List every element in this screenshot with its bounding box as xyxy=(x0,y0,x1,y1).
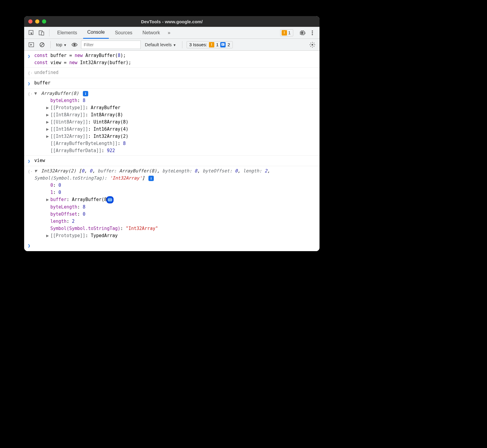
svg-rect-16 xyxy=(85,93,86,95)
close-window-button[interactable] xyxy=(28,19,32,24)
issues-label: 3 Issues: xyxy=(189,42,207,47)
object-property[interactable]: ▶[[Int32Array]]: Int32Array(2) xyxy=(34,133,316,140)
svg-rect-21 xyxy=(110,200,110,200)
input-chevron-icon: ❯ xyxy=(28,157,34,165)
expand-caret-icon[interactable]: ▼ xyxy=(34,167,38,174)
console-input-row[interactable]: ❯ buffer xyxy=(24,78,320,89)
object-property[interactable]: Symbol(Symbol.toStringTag): "Int32Array" xyxy=(34,225,316,232)
svg-point-14 xyxy=(311,44,313,46)
warning-icon: ! xyxy=(282,30,287,35)
property-key: [[Prototype]] xyxy=(50,233,85,238)
tab-console[interactable]: Console xyxy=(83,27,109,39)
divider xyxy=(50,41,51,48)
live-expression-icon[interactable] xyxy=(70,41,79,49)
sidebar-toggle-icon[interactable] xyxy=(27,41,35,49)
property-value: Uint8Array(8) xyxy=(94,119,128,125)
expand-caret-icon[interactable]: ▶ xyxy=(46,196,50,203)
expand-caret-icon[interactable]: ▶ xyxy=(46,133,50,140)
tab-sources[interactable]: Sources xyxy=(111,27,137,39)
svg-point-4 xyxy=(312,30,313,32)
property-value: 0 xyxy=(58,190,61,195)
log-levels-selector[interactable]: Default levels ▼ xyxy=(143,42,178,47)
svg-rect-11 xyxy=(221,43,224,46)
inspect-icon[interactable] xyxy=(27,29,35,37)
object-property[interactable]: ▶[[Prototype]]: TypedArray xyxy=(34,232,316,239)
property-key: [[Int16Array]] xyxy=(50,126,88,132)
input-chevron-icon: ❯ xyxy=(28,79,34,87)
output-chevron-icon: ⟨· xyxy=(28,69,34,77)
issues-warn-count: 1 xyxy=(216,42,218,47)
svg-point-6 xyxy=(312,34,313,35)
object-property[interactable]: byteOffset: 0 xyxy=(34,211,316,218)
titlebar: DevTools - www.google.com/ xyxy=(24,16,320,27)
svg-rect-18 xyxy=(151,178,151,180)
object-property[interactable]: [[ArrayBufferData]]: 922 xyxy=(34,147,316,154)
device-toggle-icon[interactable] xyxy=(37,29,46,37)
input-chevron-icon: ❯ xyxy=(28,52,34,60)
svg-rect-20 xyxy=(109,200,109,200)
expand-caret-icon[interactable]: ▶ xyxy=(46,104,50,111)
property-key: [[Prototype]] xyxy=(50,105,85,110)
window-title: DevTools - www.google.com/ xyxy=(24,19,320,24)
expand-caret-icon[interactable]: ▶ xyxy=(46,118,50,126)
svg-point-3 xyxy=(301,32,303,34)
expand-caret-icon[interactable]: ▼ xyxy=(34,90,38,97)
output-chevron-icon: ⟨· xyxy=(28,167,34,175)
console-prompt[interactable]: ❯ xyxy=(24,240,320,251)
more-icon[interactable] xyxy=(308,29,317,37)
main-tabbar: Elements Console Sources Network » ! 1 xyxy=(24,27,320,39)
top-issue-count: 1 xyxy=(288,30,291,35)
info-icon[interactable] xyxy=(148,176,154,181)
traffic-lights xyxy=(28,19,46,24)
console-toolbar: top ▼ Default levels ▼ 3 Issues: ! 1 2 xyxy=(24,39,320,51)
console-input-row[interactable]: ❯ view xyxy=(24,156,320,166)
filter-input[interactable] xyxy=(81,41,141,49)
object-property[interactable]: ▶[[Int8Array]]: Int8Array(8) xyxy=(34,111,316,118)
object-property[interactable]: byteLength: 8 xyxy=(34,203,316,211)
object-property[interactable]: byteLength: 8 xyxy=(34,97,316,104)
divider xyxy=(182,41,182,48)
output-chevron-icon: ⟨· xyxy=(28,90,34,98)
object-summary[interactable]: ▼ Int32Array(2) [0, 0, buffer: ArrayBuff… xyxy=(34,167,316,182)
expand-caret-icon[interactable]: ▶ xyxy=(46,126,50,133)
object-property[interactable]: 1: 0 xyxy=(34,189,316,196)
object-property[interactable]: ▶[[Prototype]]: ArrayBuffer xyxy=(34,104,316,111)
object-property[interactable]: ▶buffer: ArrayBuffer(8 xyxy=(34,196,316,203)
top-issues-badge[interactable]: ! 1 xyxy=(280,29,293,36)
issues-summary[interactable]: 3 Issues: ! 1 2 xyxy=(187,41,233,48)
svg-rect-13 xyxy=(222,44,223,45)
property-key: [[Int32Array]] xyxy=(50,134,88,139)
minimize-window-button[interactable] xyxy=(35,19,39,24)
property-value: 0 xyxy=(58,183,61,188)
expand-caret-icon[interactable]: ▶ xyxy=(46,111,50,118)
context-selector[interactable]: top ▼ xyxy=(55,41,68,48)
maximize-window-button[interactable] xyxy=(42,19,46,24)
memory-icon[interactable] xyxy=(106,196,114,203)
property-key: buffer xyxy=(50,197,66,202)
object-summary[interactable]: ▼ ArrayBuffer(8) xyxy=(34,90,316,97)
object-property[interactable]: [[ArrayBufferByteLength]]: 8 xyxy=(34,140,316,147)
console-output-row: ⟨· ▼ ArrayBuffer(8) byteLength: 8▶[[Prot… xyxy=(24,89,320,156)
tab-network[interactable]: Network xyxy=(138,27,164,39)
object-property[interactable]: 0: 0 xyxy=(34,182,316,189)
tabs-overflow[interactable]: » xyxy=(166,27,172,39)
property-value: 2 xyxy=(72,219,75,224)
property-value: 8 xyxy=(83,204,85,210)
console-input-row[interactable]: ❯ const buffer = new ArrayBuffer(8); con… xyxy=(24,51,320,68)
object-property[interactable]: ▶[[Uint8Array]]: Uint8Array(8) xyxy=(34,118,316,126)
svg-point-10 xyxy=(73,44,75,46)
clear-console-icon[interactable] xyxy=(38,41,46,49)
devtools-window: DevTools - www.google.com/ Elements Cons… xyxy=(24,16,320,251)
undefined-value: undefined xyxy=(34,69,316,76)
info-icon[interactable] xyxy=(83,91,88,96)
svg-point-5 xyxy=(312,32,313,33)
property-value: Int8Array(8) xyxy=(91,112,123,118)
settings-icon[interactable] xyxy=(298,29,306,37)
issues-info-count: 2 xyxy=(227,42,230,47)
console-settings-icon[interactable] xyxy=(308,41,317,49)
object-property[interactable]: length: 2 xyxy=(34,218,316,225)
info-issue-icon xyxy=(220,42,226,47)
object-property[interactable]: ▶[[Int16Array]]: Int16Array(4) xyxy=(34,126,316,133)
expand-caret-icon[interactable]: ▶ xyxy=(46,232,50,239)
tab-elements[interactable]: Elements xyxy=(53,27,81,39)
